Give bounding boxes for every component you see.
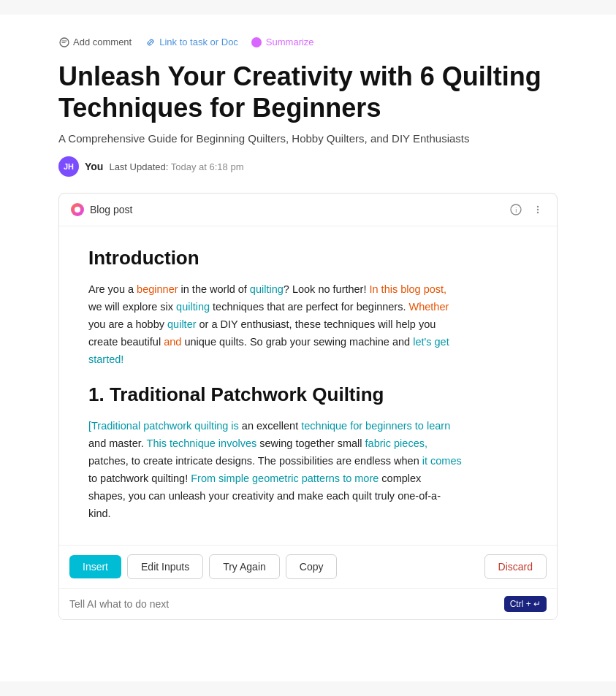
add-comment-label: Add comment — [73, 37, 132, 47]
discard-button[interactable]: Discard — [484, 554, 547, 579]
blog-type-icon — [71, 203, 84, 216]
svg-point-1 — [75, 207, 80, 213]
summarize-icon — [251, 37, 262, 47]
action-bar-left: Insert Edit Inputs Try Again Copy — [69, 554, 337, 579]
info-button[interactable]: i — [509, 202, 523, 217]
section1-heading: 1. Traditional Patchwork Quilting — [88, 383, 528, 406]
action-bar: Insert Edit Inputs Try Again Copy Discar… — [59, 545, 557, 588]
intro-heading: Introduction — [88, 247, 528, 269]
summarize-btn[interactable]: Summarize — [251, 37, 314, 47]
avatar: JH — [58, 156, 79, 177]
ai-input-bar: Ctrl + ↵ — [59, 588, 557, 619]
ai-input-field[interactable] — [69, 598, 498, 610]
svg-point-6 — [537, 212, 539, 213]
svg-point-4 — [537, 206, 539, 207]
edit-inputs-button[interactable]: Edit Inputs — [127, 554, 203, 579]
summarize-label: Summarize — [266, 37, 314, 47]
blog-card: Blog post i — [58, 193, 558, 619]
intro-paragraph: Are you a beginner in the world of quilt… — [88, 281, 528, 369]
copy-button[interactable]: Copy — [286, 554, 338, 579]
blog-type-row: Blog post — [71, 203, 132, 216]
svg-point-5 — [537, 209, 539, 210]
more-options-button[interactable] — [531, 202, 545, 217]
blog-card-header: Blog post i — [59, 194, 557, 226]
link-task-btn[interactable]: Link to task or Doc — [145, 37, 238, 47]
link-icon — [145, 37, 156, 47]
author-meta: Last Updated: Today at 6:18 pm — [109, 161, 243, 172]
link-task-label: Link to task or Doc — [159, 37, 238, 47]
insert-button[interactable]: Insert — [69, 555, 121, 578]
add-comment-btn[interactable]: Add comment — [58, 37, 132, 47]
blog-type-label: Blog post — [90, 204, 132, 215]
page-title: Unleash Your Creativity with 6 Quilting … — [58, 61, 558, 123]
comment-icon — [58, 37, 69, 47]
toolbar: Add comment Link to task or Doc Summariz… — [58, 37, 558, 47]
action-bar-right: Discard — [484, 554, 547, 579]
page-subtitle: A Comprehensive Guide for Beginning Quil… — [58, 132, 558, 145]
author-row: JH You Last Updated: Today at 6:18 pm — [58, 156, 558, 177]
ai-shortcut: Ctrl + ↵ — [504, 596, 547, 612]
blog-card-actions: i — [509, 202, 545, 217]
svg-text:i: i — [515, 207, 517, 214]
author-name: You — [85, 161, 103, 172]
try-again-button[interactable]: Try Again — [209, 554, 280, 579]
blog-content[interactable]: Introduction Are you a beginner in the w… — [59, 226, 557, 544]
section1-paragraph: [Traditional patchwork quilting is an ex… — [88, 418, 528, 523]
